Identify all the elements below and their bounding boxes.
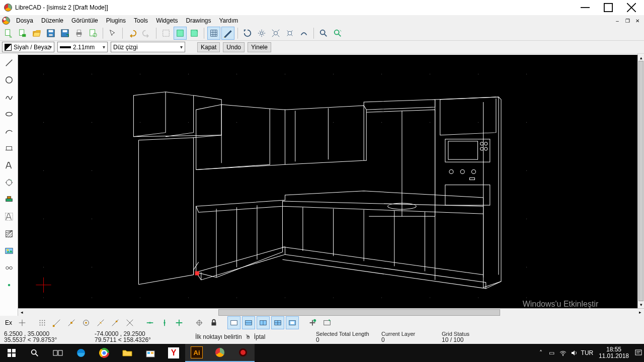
ellipse-tool[interactable] <box>3 108 15 120</box>
mdi-close[interactable]: ✕ <box>633 16 642 25</box>
save-view-button[interactable] <box>320 316 334 329</box>
menu-edit[interactable]: Düzenle <box>37 16 67 25</box>
menu-plugins[interactable]: Plugins <box>102 16 130 25</box>
horizontal-scrollbar[interactable]: ◂ ▸ <box>18 308 644 316</box>
new-button[interactable] <box>2 27 15 40</box>
scroll-right-icon[interactable]: ▸ <box>636 309 644 316</box>
snap-center-button[interactable] <box>79 316 93 329</box>
menu-drawings[interactable]: Drawings <box>182 16 215 25</box>
select-all-button[interactable] <box>174 27 187 40</box>
tray-volume-icon[interactable] <box>569 349 580 356</box>
scroll-left-icon[interactable]: ◂ <box>18 309 26 316</box>
taskbar-edge[interactable] <box>69 344 93 362</box>
scroll-down-icon[interactable]: ▾ <box>638 301 644 308</box>
spline-tool[interactable] <box>3 91 15 103</box>
point-tool[interactable] <box>3 279 15 291</box>
fill-tool[interactable] <box>3 228 15 240</box>
mdi-restore[interactable]: ❐ <box>623 16 632 25</box>
pointer-button[interactable] <box>106 27 119 40</box>
scroll-up-icon[interactable]: ▴ <box>638 54 644 61</box>
zoom-auto-button[interactable] <box>255 27 268 40</box>
arc-tool[interactable] <box>3 125 15 137</box>
scroll-thumb-h[interactable] <box>218 309 500 316</box>
zoom-pan-hand-button[interactable] <box>331 27 344 40</box>
view-button-2[interactable] <box>242 316 255 329</box>
maximize-button[interactable] <box>597 0 620 15</box>
drawing-canvas[interactable]: ▴ ▾ Windows'u Etkinleştir Windows'u etki… <box>18 54 644 316</box>
menu-widgets[interactable]: Widgets <box>152 16 182 25</box>
zoom-previous-button[interactable] <box>269 27 282 40</box>
menu-file[interactable]: Dosya <box>12 16 37 25</box>
menu-help[interactable]: Yardım <box>215 16 243 25</box>
mdi-minimize[interactable]: – <box>613 16 622 25</box>
zoom-window-button[interactable] <box>283 27 296 40</box>
close-button[interactable] <box>620 0 643 15</box>
mtext-tool[interactable] <box>3 211 15 223</box>
task-view-button[interactable] <box>46 344 69 362</box>
dimension-tool[interactable] <box>3 176 15 189</box>
cmd-close-button[interactable]: Kapat <box>197 42 220 52</box>
snap-middle-button[interactable] <box>94 316 107 329</box>
tray-wifi-icon[interactable] <box>557 349 569 356</box>
snap-free-button[interactable] <box>16 316 29 329</box>
block-tool[interactable] <box>3 262 15 274</box>
menu-view[interactable]: Görüntüle <box>67 16 102 25</box>
select-window-button[interactable] <box>159 27 173 40</box>
scroll-thumb[interactable] <box>638 61 643 301</box>
lineweight-combo[interactable]: 2.11mm <box>57 42 108 52</box>
save-as-button[interactable] <box>58 27 71 40</box>
taskbar-explorer[interactable] <box>116 344 139 362</box>
snap-distance-button[interactable] <box>109 316 122 329</box>
zoom-magnify-button[interactable] <box>317 27 330 40</box>
snap-ex-button[interactable]: Ex <box>3 316 14 329</box>
view-button-1[interactable] <box>227 316 240 329</box>
tray-notifications-icon[interactable] <box>633 349 644 357</box>
tray-clock[interactable]: 18:55 11.01.2018 <box>595 346 633 359</box>
circle-tool[interactable] <box>3 74 15 86</box>
start-button[interactable] <box>0 344 23 362</box>
open-button[interactable] <box>30 27 43 40</box>
taskbar-illustrator[interactable]: Ai <box>185 344 208 362</box>
redo-button[interactable] <box>140 27 153 40</box>
polyline-tool[interactable] <box>3 142 15 154</box>
snap-on-entity-button[interactable] <box>65 316 78 329</box>
minimize-button[interactable] <box>574 0 597 15</box>
cmd-redo-button[interactable]: Yinele <box>248 42 271 52</box>
new-template-button[interactable] <box>16 27 29 40</box>
layer-color-combo[interactable]: Siyah / Beyaz <box>2 42 54 52</box>
relative-zero-button[interactable] <box>193 316 206 329</box>
restrict-horiz-button[interactable] <box>173 316 186 329</box>
undo-button[interactable] <box>126 27 139 40</box>
snap-grid-button[interactable] <box>36 316 49 329</box>
menu-tools[interactable]: Tools <box>130 16 152 25</box>
add-view-button[interactable] <box>306 316 319 329</box>
view-button-4[interactable] <box>271 316 284 329</box>
lock-relative-button[interactable] <box>207 316 220 329</box>
zoom-redraw-button[interactable] <box>241 27 254 40</box>
tray-language[interactable]: TUR <box>580 349 595 356</box>
view-button-5[interactable] <box>286 316 299 329</box>
draft-mode-button[interactable] <box>221 27 234 40</box>
snap-intersection-button[interactable] <box>123 316 136 329</box>
snap-endpoint-button[interactable] <box>50 316 63 329</box>
restrict-ortho-button[interactable] <box>158 316 171 329</box>
cmd-undo-button[interactable]: Undo <box>223 42 245 52</box>
print-preview-button[interactable] <box>87 27 100 40</box>
zoom-pan-button[interactable] <box>297 27 310 40</box>
taskbar-yandex[interactable]: Y <box>162 344 185 362</box>
taskbar-store[interactable] <box>139 344 162 362</box>
save-button[interactable] <box>44 27 57 40</box>
taskbar-chrome[interactable] <box>93 344 116 362</box>
tray-battery-icon[interactable]: ▭ <box>546 349 557 356</box>
hatch-tool[interactable] <box>3 194 15 206</box>
linetype-combo[interactable]: Düz çizgi <box>111 42 185 52</box>
print-button[interactable] <box>72 27 86 40</box>
grid-button[interactable] <box>207 27 220 40</box>
vertical-scrollbar[interactable]: ▴ ▾ <box>637 54 644 308</box>
text-tool[interactable] <box>3 159 15 171</box>
line-tool[interactable] <box>3 57 15 69</box>
taskbar-recorder[interactable] <box>231 344 255 362</box>
taskbar-librecad[interactable] <box>208 344 231 362</box>
restrict-nothing-button[interactable] <box>143 316 156 329</box>
deselect-button[interactable] <box>188 27 201 40</box>
